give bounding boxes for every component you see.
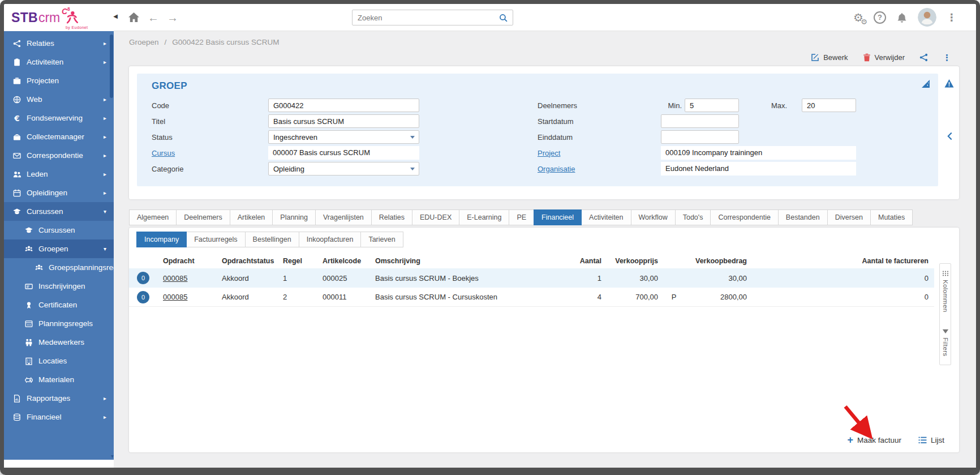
sidebar-item-locaties[interactable]: Locaties — [4, 352, 114, 370]
status-select[interactable]: Ingeschreven — [268, 130, 419, 144]
financieel-subtabs: Incompany Factuurregels Bestellingen Ink… — [136, 232, 959, 247]
app-logo[interactable]: STBcrm C 8 by Eudonet ◀ — [4, 4, 114, 31]
collapse-panel-icon[interactable] — [947, 132, 953, 143]
forward-arrow-icon[interactable]: → — [167, 12, 178, 23]
sidebar-collapse-icon[interactable]: ◀ — [113, 13, 118, 19]
sidebar-item-web[interactable]: Web▸ — [4, 90, 114, 109]
status-badge: 0 — [137, 272, 149, 284]
back-arrow-icon[interactable]: ← — [148, 12, 159, 23]
sidebar-scrollbar-thumb[interactable] — [110, 35, 113, 98]
chevron-right-icon: ▸ — [104, 190, 106, 196]
breadcrumb-parent[interactable]: Groepen — [129, 38, 159, 46]
search-input[interactable] — [358, 14, 499, 22]
opdracht-link[interactable]: 000085 — [157, 274, 216, 283]
sidebar-item-relaties[interactable]: Relaties▸ — [4, 34, 114, 53]
chevron-right-icon: ▸ — [104, 414, 106, 420]
sidebar-item-materialen[interactable]: Materialen — [4, 370, 114, 389]
tab-diversen[interactable]: Diversen — [827, 209, 871, 225]
subtab-factuurregels[interactable]: Factuurregels — [186, 232, 245, 247]
cursus-value[interactable]: 000007 Basis cursus SCRUM — [268, 146, 419, 160]
opdracht-link[interactable]: 000085 — [157, 293, 216, 301]
record-more-icon[interactable]: ⋮ — [943, 53, 951, 62]
deelnemers-min-field[interactable] — [685, 99, 739, 112]
sidebar-item-correspondentie[interactable]: Correspondentie▸ — [4, 146, 114, 165]
deelnemers-max-field[interactable] — [802, 99, 856, 112]
filter-icon — [942, 329, 949, 334]
sidebar-item-projecten[interactable]: Projecten — [4, 71, 114, 90]
sidebar-item-activiteiten[interactable]: Activiteiten▸ — [4, 53, 114, 71]
record-actions: Bewerk Verwijder ⋮ — [114, 49, 976, 65]
tab-bestanden[interactable]: Bestanden — [778, 209, 828, 225]
delete-button[interactable]: Verwijder — [863, 53, 905, 62]
tab-financieel[interactable]: Financieel — [534, 209, 582, 225]
tab-vragenlijsten[interactable]: Vragenlijsten — [315, 209, 372, 225]
tab-e-learning[interactable]: E-Learning — [459, 209, 509, 225]
tab-workflow[interactable]: Workflow — [631, 209, 676, 225]
project-value[interactable]: 000109 Incompany trainingen — [661, 146, 856, 160]
search-icon[interactable] — [499, 14, 508, 22]
project-link[interactable]: Project — [538, 149, 560, 157]
sidebar-item-groepsplanningsregels[interactable]: Groepsplanningsrege — [4, 258, 114, 277]
more-menu-icon[interactable]: ⋮ — [947, 12, 957, 23]
building-icon — [24, 357, 33, 366]
list-button[interactable]: Lijst — [918, 436, 944, 444]
sidebar-item-collectemanager[interactable]: Collectemanager▸ — [4, 127, 114, 146]
sidebar-item-cursussen-sub[interactable]: Cursussen — [4, 221, 114, 239]
tab-relaties[interactable]: Relaties — [371, 209, 412, 225]
help-icon[interactable]: ? — [874, 11, 886, 24]
tab-pe[interactable]: PE — [509, 209, 534, 225]
sidebar-item-groepen[interactable]: Groepen▾ — [4, 239, 114, 258]
titel-field[interactable] — [268, 114, 419, 128]
table-row[interactable]: 0 000085 Akkoord 2 000011 Basis cursus S… — [129, 288, 934, 307]
home-icon[interactable] — [128, 12, 140, 23]
subtab-tarieven[interactable]: Tarieven — [360, 232, 403, 247]
user-avatar[interactable] — [918, 8, 936, 27]
tab-activiteiten[interactable]: Activiteiten — [581, 209, 631, 225]
startdatum-field[interactable] — [661, 114, 739, 128]
tab-mutaties[interactable]: Mutaties — [870, 209, 913, 225]
field-code: Code — [148, 97, 538, 113]
chevron-right-icon: ▸ — [104, 96, 106, 102]
sidebar-item-medewerkers[interactable]: Medewerkers — [4, 333, 114, 352]
set-square-icon[interactable] — [921, 79, 930, 91]
subtab-incompany[interactable]: Incompany — [136, 232, 187, 247]
cursus-link[interactable]: Cursus — [152, 149, 175, 157]
tab-edu-dex[interactable]: EDU-DEX — [412, 209, 459, 225]
filters-button[interactable]: Filters — [942, 329, 949, 356]
sidebar-item-fondsenwerving[interactable]: €Fondsenwerving▸ — [4, 109, 114, 127]
chevron-right-icon: ▸ — [104, 171, 106, 177]
table-row[interactable]: 0 000085 Akkoord 1 000025 Basis cursus S… — [129, 268, 934, 288]
sidebar-item-cursussen[interactable]: Cursussen▾ — [4, 202, 114, 221]
code-field[interactable] — [268, 99, 419, 112]
subtab-bestellingen[interactable]: Bestellingen — [245, 232, 299, 247]
sidebar-scroll-down-icon[interactable]: ▾ — [111, 453, 114, 459]
sidebar-item-leden[interactable]: Leden▸ — [4, 165, 114, 183]
warning-icon[interactable] — [944, 79, 954, 91]
tab-todos[interactable]: Todo's — [675, 209, 711, 225]
tab-algemeen[interactable]: Algemeen — [129, 209, 177, 225]
globe-icon — [12, 95, 22, 104]
sidebar-item-planningsregels[interactable]: Planningsregels — [4, 314, 114, 333]
notifications-bell-icon[interactable] — [896, 12, 908, 23]
sidebar-item-inschrijvingen[interactable]: Inschrijvingen — [4, 277, 114, 296]
sidebar-item-opleidingen[interactable]: Opleidingen▸ — [4, 183, 114, 202]
tab-deelnemers[interactable]: Deelnemers — [176, 209, 230, 225]
tab-correspondentie[interactable]: Correspondentie — [710, 209, 778, 225]
list-icon — [918, 437, 927, 444]
settings-gears-icon[interactable]: ⚙⚙ — [853, 12, 863, 23]
euro-icon: € — [12, 114, 22, 123]
tab-artikelen[interactable]: Artikelen — [230, 209, 273, 225]
sidebar-item-certificaten[interactable]: Certificaten — [4, 296, 114, 314]
edit-button[interactable]: Bewerk — [811, 53, 848, 62]
organisatie-link[interactable]: Organisatie — [538, 165, 575, 173]
sidebar-item-financieel[interactable]: Financieel▸ — [4, 408, 114, 426]
subtab-inkoopfacturen[interactable]: Inkoopfacturen — [299, 232, 362, 247]
tab-planning[interactable]: Planning — [272, 209, 316, 225]
categorie-select[interactable]: Opleiding — [268, 162, 419, 176]
sidebar-item-rapportages[interactable]: Rapportages▸ — [4, 389, 114, 408]
columns-button[interactable]: Kolommen — [942, 271, 949, 312]
organisatie-value[interactable]: Eudonet Nederland — [661, 162, 856, 176]
create-invoice-button[interactable]: + Maak factuur — [847, 435, 901, 445]
share-icon[interactable] — [919, 53, 928, 62]
einddatum-field[interactable] — [661, 130, 739, 144]
